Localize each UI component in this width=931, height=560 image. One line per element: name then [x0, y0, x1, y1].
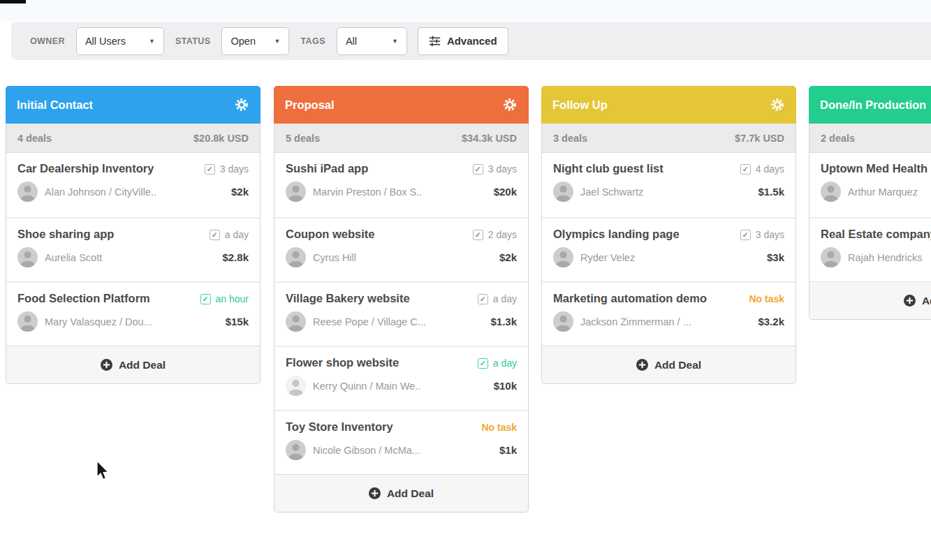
deal-card[interactable]: Coupon website ✓ 2 days Cyrus Hill $2k	[274, 217, 528, 281]
task-checkbox-icon: ✓	[473, 164, 483, 175]
deal-value: $15k	[226, 316, 249, 327]
status-dropdown-value: Open	[230, 36, 255, 47]
column-title: Initial Contact	[17, 98, 93, 112]
task-meta: ✓ 3 days	[473, 162, 517, 175]
task-meta: ✓ a day	[478, 356, 517, 369]
pipeline-column-follow-up: Follow Up 3 deals $7.7k USD Night club g…	[541, 86, 796, 384]
deals-count: 4 deals	[17, 133, 52, 144]
plus-circle-icon	[636, 359, 648, 371]
status-dropdown[interactable]: Open ▼	[221, 27, 289, 55]
task-meta: ✓ an hour	[200, 292, 249, 304]
deal-card[interactable]: Real Estate company Rajah Hendricks	[809, 217, 931, 281]
gear-icon[interactable]	[770, 97, 785, 112]
deal-card[interactable]: Olympics landing page ✓ 3 days Ryder Vel…	[542, 217, 796, 281]
advanced-filters-button[interactable]: Advanced	[418, 27, 508, 55]
task-meta: No task	[481, 420, 517, 433]
gear-icon[interactable]	[234, 97, 249, 112]
gear-icon[interactable]	[502, 97, 518, 112]
deal-value: $2k	[231, 186, 249, 198]
tags-filter-label: TAGS	[300, 36, 325, 46]
owner-dropdown[interactable]: All Users ▼	[76, 27, 164, 55]
deal-title: Car Dealership Inventory	[17, 162, 154, 175]
avatar	[553, 182, 573, 202]
no-task-text: No task	[481, 422, 517, 433]
task-due-text: a day	[493, 293, 517, 304]
page-top-strip	[0, 0, 931, 21]
deal-title: Village Bakery website	[286, 292, 410, 305]
task-checkbox-icon: ✓	[740, 164, 751, 175]
deal-card[interactable]: Village Bakery website ✓ a day Reese Pop…	[274, 281, 528, 346]
advanced-button-label: Advanced	[447, 35, 497, 47]
deal-title: Real Estate company	[821, 228, 931, 241]
deals-total: $7.7k USD	[735, 133, 784, 144]
task-due-text: a day	[493, 358, 517, 369]
add-deal-label: Add Deal	[654, 359, 701, 371]
deal-value: $10k	[494, 380, 517, 392]
avatar	[286, 440, 306, 460]
avatar	[286, 376, 306, 396]
chevron-down-icon: ▼	[274, 38, 281, 45]
deal-person: Kerry Quinn / Main We..	[313, 381, 488, 392]
add-deal-label: Add Deal	[119, 359, 166, 371]
deal-card[interactable]: Sushi iPad app ✓ 3 days Marvin Preston /…	[274, 153, 528, 217]
chevron-down-icon: ▼	[149, 38, 155, 45]
chevron-down-icon: ▼	[392, 38, 398, 45]
task-meta: ✓ a day	[210, 228, 249, 240]
deal-card[interactable]: Toy Store Inventory No task Nicole Gibso…	[274, 410, 528, 474]
deal-person: Marvin Preston / Box S..	[313, 186, 488, 198]
deal-card[interactable]: Food Selection Platform ✓ an hour Mary V…	[6, 281, 260, 346]
deal-title: Sushi iPad app	[286, 162, 368, 175]
deal-value: $1k	[499, 444, 517, 456]
task-checkbox-icon: ✓	[478, 358, 488, 369]
deal-title: Coupon website	[286, 228, 374, 241]
column-stats: 5 deals $34.3k USD	[274, 124, 528, 153]
deal-person: Nicole Gibson / McMa...	[313, 445, 494, 456]
pipeline-column-initial-contact: Initial Contact 4 deals $20.8k USD Car D…	[6, 86, 261, 384]
deal-card[interactable]: Car Dealership Inventory ✓ 3 days Alan J…	[6, 153, 260, 217]
column-header: Follow Up	[541, 86, 796, 124]
column-body: 3 deals $7.7k USD Night club guest list …	[541, 124, 796, 384]
tags-dropdown[interactable]: All ▼	[337, 27, 407, 55]
deal-value: $2.8k	[222, 251, 249, 263]
add-deal-button[interactable]: Add Deal	[542, 346, 796, 383]
column-header: Initial Contact	[6, 86, 261, 124]
avatar	[286, 182, 306, 202]
deal-value: $3.2k	[758, 316, 784, 327]
add-deal-label: Add Deal	[387, 487, 434, 500]
task-checkbox-icon: ✓	[473, 230, 483, 240]
column-body: 2 deals Uptown Med Health Arthur Marquez…	[809, 124, 931, 320]
plus-circle-icon	[904, 295, 916, 307]
deal-card[interactable]: Flower shop website ✓ a day Kerry Quinn …	[274, 346, 528, 410]
task-due-text: 3 days	[756, 229, 784, 240]
task-checkbox-icon: ✓	[478, 294, 488, 304]
avatar	[17, 182, 38, 202]
deal-person: Aurelia Scott	[45, 252, 217, 263]
deal-title: Marketing automation demo	[553, 292, 707, 305]
deal-card[interactable]: Shoe sharing app ✓ a day Aurelia Scott $…	[6, 217, 260, 281]
deal-title: Olympics landing page	[553, 228, 680, 241]
deal-value: $2k	[499, 251, 517, 263]
deal-card[interactable]: Uptown Med Health Arthur Marquez	[809, 153, 931, 217]
deal-title: Uptown Med Health	[821, 162, 928, 175]
deal-person: Rajah Hendricks	[848, 252, 931, 263]
add-deal-button[interactable]: Add Deal	[274, 474, 528, 512]
deals-total: $34.3k USD	[462, 133, 517, 144]
task-meta: ✓ 2 days	[473, 228, 517, 240]
add-deal-button[interactable]: Add Deal	[6, 346, 260, 383]
deal-card[interactable]: Marketing automation demo No task Jackso…	[542, 281, 796, 346]
add-deal-button[interactable]: Add Deal	[809, 281, 931, 319]
task-checkbox-icon: ✓	[205, 164, 215, 175]
deal-person: Arthur Marquez	[848, 186, 931, 198]
task-meta: ✓ 3 days	[740, 228, 784, 240]
tags-dropdown-value: All	[346, 36, 357, 47]
column-title: Proposal	[285, 98, 335, 112]
avatar	[17, 247, 38, 267]
deal-title: Flower shop website	[286, 356, 399, 369]
deal-card[interactable]: Night club guest list ✓ 4 days Jael Schw…	[542, 153, 796, 217]
avatar	[553, 247, 573, 267]
deal-title: Night club guest list	[553, 162, 664, 175]
avatar	[286, 247, 306, 267]
task-due-text: a day	[225, 229, 249, 240]
pipeline-column-proposal: Proposal 5 deals $34.3k USD Sushi iPad a…	[274, 86, 529, 513]
task-due-text: 3 days	[220, 163, 249, 175]
